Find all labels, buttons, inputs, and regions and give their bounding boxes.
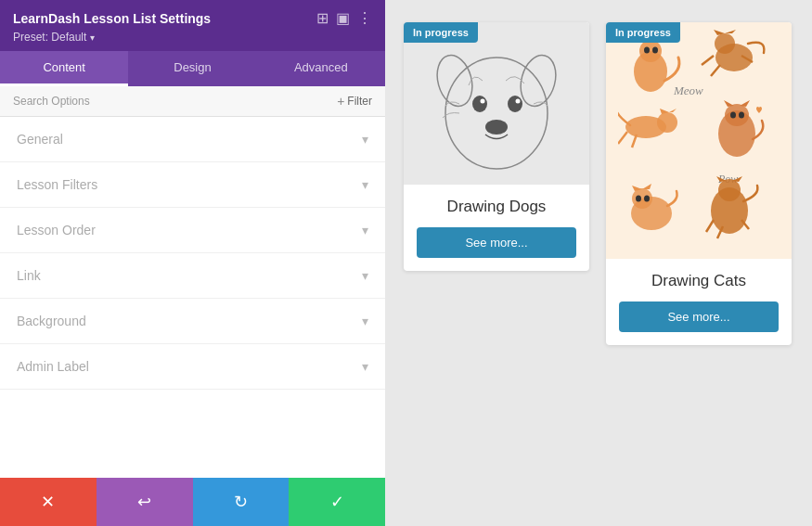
accordion-header-lesson-filters[interactable]: Lesson Filters ▾	[0, 162, 385, 207]
filter-button[interactable]: + Filter	[337, 94, 372, 109]
card-body-cats: Drawing Cats See more...	[606, 259, 792, 345]
filter-plus-icon: +	[337, 94, 344, 109]
chevron-down-icon: ▾	[362, 268, 368, 283]
svg-point-42	[718, 179, 741, 201]
see-more-dogs-button[interactable]: See more...	[417, 227, 576, 258]
accordion-header-link[interactable]: Link ▾	[0, 253, 385, 298]
card-body-dogs: Drawing Dogs See more...	[404, 185, 589, 271]
save-icon: ✓	[330, 492, 344, 512]
layout-icon[interactable]: ▣	[336, 9, 350, 27]
dog-illustration	[404, 22, 589, 185]
card-title-cats: Drawing Cats	[619, 272, 779, 290]
card-title-dogs: Drawing Dogs	[417, 198, 576, 216]
svg-point-6	[516, 98, 521, 103]
accordion-item-general: General ▾	[0, 117, 385, 162]
right-area: In progress Drawing Dogs See more...	[385, 0, 812, 526]
svg-point-5	[481, 98, 485, 103]
cancel-icon: ✕	[41, 492, 55, 512]
svg-point-15	[715, 33, 735, 54]
cats-illustration: Meow	[606, 22, 792, 259]
panel-preset[interactable]: Preset: Default ▾	[13, 31, 372, 44]
card-image-dogs: In progress	[404, 22, 589, 185]
svg-point-12	[644, 46, 650, 53]
accordion-item-lesson-filters: Lesson Filters ▾	[0, 162, 385, 208]
search-options-bar: Search Options + Filter	[0, 86, 385, 117]
chevron-down-icon: ▾	[362, 314, 368, 328]
accordion-label-general: General	[17, 132, 63, 147]
svg-text:Meow: Meow	[673, 83, 703, 97]
svg-point-29	[725, 104, 749, 126]
bottom-bar: ✕ ↩ ↻ ✓	[0, 478, 385, 526]
accordion-label-lesson-filters: Lesson Filters	[17, 177, 97, 192]
save-button[interactable]: ✓	[289, 478, 385, 526]
accordion: General ▾ Lesson Filters ▾ Lesson Order …	[0, 117, 385, 478]
svg-point-4	[508, 96, 522, 112]
accordion-header-admin-label[interactable]: Admin Label ▾	[0, 344, 385, 389]
accordion-label-admin-label: Admin Label	[17, 359, 89, 374]
chevron-down-icon: ▾	[362, 359, 368, 374]
see-more-cats-button[interactable]: See more...	[619, 301, 779, 332]
svg-marker-30	[724, 100, 734, 107]
panel-header: LearnDash Lesson List Settings ⊞ ▣ ⋮ Pre…	[0, 0, 385, 51]
resize-icon[interactable]: ⊞	[316, 9, 329, 27]
in-progress-badge-dogs: In progress	[404, 22, 478, 43]
search-options-label: Search Options	[13, 95, 90, 108]
accordion-header-background[interactable]: Background ▾	[0, 299, 385, 343]
undo-button[interactable]: ↩	[97, 478, 193, 526]
svg-marker-38	[642, 184, 651, 189]
svg-marker-17	[725, 30, 736, 33]
svg-point-3	[472, 96, 487, 112]
svg-line-26	[618, 132, 627, 144]
svg-point-33	[739, 111, 744, 118]
svg-line-27	[632, 135, 637, 148]
tab-advanced[interactable]: Advanced	[257, 51, 385, 86]
svg-point-13	[652, 46, 658, 53]
svg-point-32	[730, 111, 736, 118]
tabs-bar: Content Design Advanced	[0, 51, 385, 86]
svg-line-45	[706, 220, 714, 232]
svg-point-0	[445, 58, 548, 169]
accordion-item-link: Link ▾	[0, 253, 385, 299]
accordion-header-lesson-order[interactable]: Lesson Order ▾	[0, 208, 385, 252]
tab-content[interactable]: Content	[0, 51, 128, 86]
tab-design[interactable]: Design	[128, 51, 256, 86]
in-progress-badge-cats: In progress	[606, 22, 680, 43]
accordion-item-lesson-order: Lesson Order ▾	[0, 208, 385, 253]
accordion-label-link: Link	[17, 268, 41, 283]
menu-icon[interactable]: ⋮	[357, 9, 372, 27]
chevron-down-icon: ▾	[362, 132, 368, 147]
card-drawing-cats: Meow	[606, 22, 792, 345]
left-panel: LearnDash Lesson List Settings ⊞ ▣ ⋮ Pre…	[0, 0, 385, 526]
preset-arrow: ▾	[90, 32, 95, 43]
svg-point-9	[639, 40, 662, 62]
cancel-button[interactable]: ✕	[0, 478, 97, 526]
svg-line-19	[711, 65, 720, 76]
svg-marker-25	[669, 109, 677, 112]
accordion-item-admin-label: Admin Label ▾	[0, 344, 385, 390]
accordion-item-background: Background ▾	[0, 299, 385, 344]
undo-icon: ↩	[137, 492, 151, 512]
chevron-down-icon: ▾	[362, 223, 368, 237]
accordion-label-lesson-order: Lesson Order	[17, 223, 96, 237]
card-image-cats: Meow	[606, 22, 792, 259]
svg-point-23	[657, 112, 677, 133]
accordion-header-general[interactable]: General ▾	[0, 117, 385, 161]
svg-marker-31	[740, 100, 750, 107]
svg-line-18	[702, 56, 714, 65]
svg-point-40	[644, 195, 650, 201]
accordion-label-background: Background	[17, 314, 86, 328]
svg-point-7	[485, 120, 508, 135]
redo-icon: ↻	[234, 492, 248, 512]
chevron-down-icon: ▾	[362, 177, 368, 192]
svg-point-39	[636, 195, 641, 201]
redo-button[interactable]: ↻	[193, 478, 290, 526]
panel-title: LearnDash Lesson List Settings	[13, 11, 309, 26]
card-drawing-dogs: In progress Drawing Dogs See more...	[404, 22, 589, 271]
